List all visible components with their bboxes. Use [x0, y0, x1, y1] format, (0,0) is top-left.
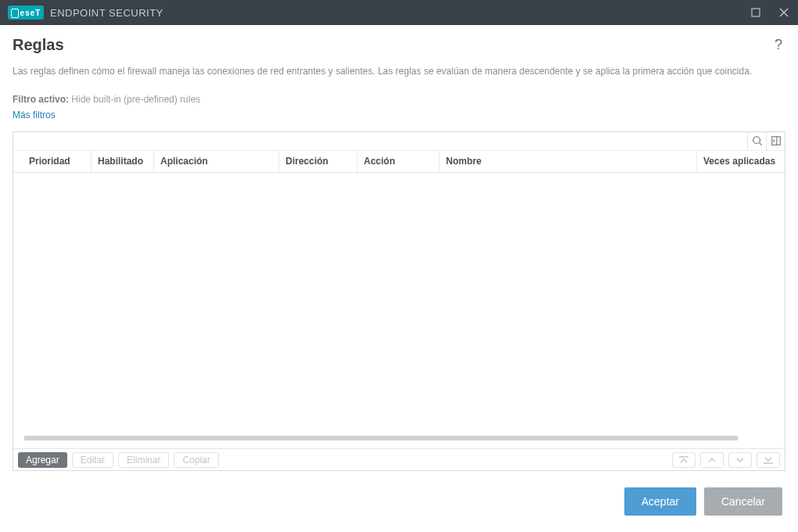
double-down-icon [763, 456, 774, 464]
svg-point-3 [753, 137, 760, 144]
header-row: Reglas ? [13, 36, 785, 54]
maximize-icon [751, 8, 760, 17]
columns-icon [771, 135, 782, 146]
filter-label: Filtro activo: [13, 94, 69, 105]
help-button[interactable]: ? [771, 37, 785, 53]
col-direction[interactable]: Dirección [279, 151, 358, 172]
window-controls [746, 3, 793, 22]
content: Reglas ? Las reglas definen cómo el fire… [0, 25, 798, 532]
page-title: Reglas [13, 36, 64, 54]
rules-panel: Prioridad Habilitado Aplicación Direcció… [13, 131, 785, 471]
delete-button: Eliminar [118, 452, 169, 468]
svg-line-4 [759, 143, 761, 146]
titlebar: eseT ENDPOINT SECURITY [0, 0, 798, 25]
horizontal-scrollbar[interactable] [24, 436, 738, 440]
add-button[interactable]: Agregar [18, 452, 67, 468]
up-icon [706, 456, 717, 464]
down-icon [735, 456, 746, 464]
list-action-bar: Agregar Editar Eliminar Copiar [13, 448, 785, 470]
table-body [13, 173, 785, 448]
more-filters-link[interactable]: Más filtros [13, 110, 785, 120]
brand: eseT ENDPOINT SECURITY [8, 5, 164, 20]
col-action[interactable]: Acción [358, 151, 440, 172]
close-button[interactable] [775, 3, 793, 22]
eset-logo: eseT [8, 5, 44, 20]
col-application[interactable]: Aplicación [154, 151, 279, 172]
move-bottom-button [757, 452, 780, 468]
maximize-button[interactable] [746, 3, 765, 22]
description-text: Las reglas definen cómo el firewall mane… [13, 65, 785, 78]
close-icon [779, 8, 789, 17]
move-down-button [728, 452, 752, 468]
search-button[interactable] [747, 132, 766, 150]
dialog-footer: Aceptar Cancelar [13, 471, 785, 532]
svg-rect-0 [752, 9, 760, 16]
col-name[interactable]: Nombre [440, 151, 697, 172]
move-up-button [700, 452, 724, 468]
help-icon: ? [775, 37, 782, 52]
table-header: Prioridad Habilitado Aplicación Direcció… [13, 151, 785, 173]
col-enabled[interactable]: Habilitado [92, 151, 154, 172]
product-name: ENDPOINT SECURITY [50, 7, 164, 19]
copy-button: Copiar [174, 452, 218, 468]
accept-button[interactable]: Aceptar [624, 487, 696, 516]
move-top-button [672, 452, 696, 468]
search-icon [752, 135, 763, 146]
logo-text: eseT [20, 9, 41, 17]
edit-button: Editar [72, 452, 113, 468]
col-priority[interactable]: Prioridad [13, 151, 92, 172]
col-applied[interactable]: Veces aplicadas [697, 151, 785, 172]
panel-toolbar [13, 132, 785, 151]
filter-value: Hide built-in (pre-defined) rules [71, 94, 200, 105]
active-filter: Filtro activo: Hide built-in (pre-define… [13, 94, 785, 105]
double-up-icon [678, 456, 689, 464]
columns-button[interactable] [766, 132, 785, 150]
cancel-button[interactable]: Cancelar [704, 487, 782, 516]
